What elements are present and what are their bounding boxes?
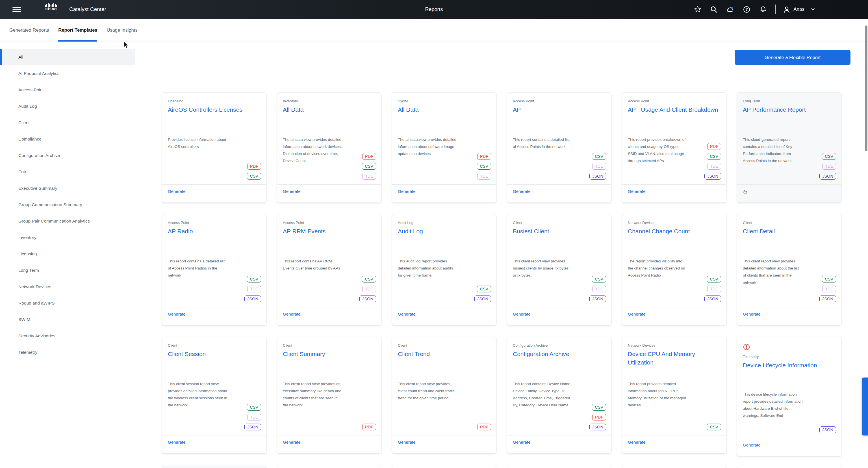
card-title-link[interactable]: Device CPU And Memory Utilization (628, 350, 720, 367)
vertical-scrollbar[interactable] (865, 25, 867, 151)
report-card-long-term-ap-performance-report: Long TermAP Performance ReportThis cloud… (737, 92, 841, 203)
sidebar-item-licensing[interactable]: Licensing (0, 246, 135, 262)
card-footer: Generate (392, 307, 496, 325)
sidebar-item-swim[interactable]: SWIM (0, 311, 135, 328)
generate-link[interactable]: Generate (628, 312, 646, 316)
card-description: Provides license information about AireO… (168, 136, 228, 150)
sidebar-item-client[interactable]: Client (0, 115, 135, 131)
format-badges: CSVTDEJSON (704, 276, 721, 302)
product-title: Catalyst Center (69, 0, 106, 19)
sidebar-item-all[interactable]: All (0, 49, 135, 65)
format-badge-json: JSON (704, 173, 721, 180)
card-title-link[interactable]: AP Radio (168, 227, 260, 236)
report-card-access-point-ap-radio: Access PointAP RadioThis report contains… (162, 214, 267, 325)
notifications-bell-icon[interactable] (759, 6, 767, 13)
menu-icon[interactable] (12, 5, 21, 13)
format-badge-json: JSON (474, 295, 491, 302)
tab-report-templates[interactable]: Report Templates (58, 19, 97, 41)
sidebar-item-executive-summary[interactable]: Executive Summary (0, 180, 135, 197)
format-badge-pdf: PDF (477, 423, 491, 430)
format-badge-json: JSON (244, 423, 261, 430)
card-title-link[interactable]: Client Trend (398, 350, 491, 358)
card-title-link[interactable]: Configuration Archive (513, 350, 606, 358)
card-title-link[interactable]: Client Summary (283, 350, 375, 358)
card-title-link[interactable]: All Data (283, 106, 375, 114)
card-category: Inventory (283, 99, 375, 103)
format-badge-tde: TDE (362, 286, 376, 292)
card-title-link[interactable]: AP RRM Events (283, 227, 375, 236)
card-title-link[interactable]: AireOS Controllers Licenses (168, 106, 260, 114)
card-description: This client report view provides an exec… (283, 380, 343, 409)
generate-flexible-report-button[interactable]: Generate a Flexible Report (735, 50, 850, 65)
tab-usage-insights[interactable]: Usage Insights (106, 19, 137, 41)
generate-link[interactable]: Generate (513, 440, 531, 444)
card-title-link[interactable]: Client Detail (743, 227, 836, 236)
format-badges: CSVTDEJSON (819, 276, 836, 302)
sidebar-item-access-point[interactable]: Access Point (0, 82, 135, 98)
report-templates-grid: LicensingAireOS Controllers LicensesProv… (162, 92, 841, 468)
generate-link[interactable]: Generate (743, 312, 761, 316)
card-title-link[interactable]: AP (513, 106, 606, 114)
chevron-down-icon[interactable] (810, 6, 816, 12)
generate-link[interactable]: Generate (628, 440, 646, 444)
card-description: This client report view provides client … (398, 380, 458, 402)
generate-link[interactable]: Generate (513, 189, 531, 194)
card-title-link[interactable]: Client Session (168, 350, 260, 358)
format-badges: CSVTDEJSON (244, 404, 261, 430)
format-badge-tde: TDE (247, 414, 261, 420)
generate-link[interactable]: Generate (168, 312, 186, 316)
sidebar-item-telemetry[interactable]: Telemetry (0, 344, 135, 360)
sidebar-item-long-term[interactable]: Long Term (0, 262, 135, 279)
feedback-side-tab[interactable] (862, 378, 868, 436)
sidebar-item-group-communication-summary[interactable]: Group Communication Summary (0, 197, 135, 213)
card-title-link[interactable]: Busiest Client (513, 227, 606, 236)
card-footer: Generate (162, 184, 266, 202)
sidebar-item-ai-endpoint-analytics[interactable]: AI Endpoint Analytics (0, 65, 135, 82)
sidebar-item-audit-log[interactable]: Audit Log (0, 98, 135, 115)
cloud-status-icon[interactable] (726, 6, 734, 13)
sidebar-item-rogue-and-awips[interactable]: Rogue and aWIPS (0, 295, 135, 311)
report-card-client-client-detail: ClientClient DetailThis client report vi… (737, 214, 841, 325)
format-badge-tde: TDE (362, 173, 376, 180)
generate-link[interactable]: Generate (628, 189, 646, 194)
card-title-link[interactable]: AP Performance Report (743, 106, 836, 114)
card-title-link[interactable]: Device Lifecycle Information (743, 361, 836, 370)
generate-link[interactable]: Generate (513, 312, 531, 316)
tab-generated-reports[interactable]: Generated Reports (9, 19, 49, 41)
generate-link[interactable]: Generate (398, 440, 415, 444)
sidebar-item-network-devices[interactable]: Network Devices (0, 279, 135, 295)
format-badge-json: JSON (244, 295, 261, 302)
format-badge-tde: TDE (707, 286, 721, 292)
generate-link[interactable]: Generate (168, 440, 186, 444)
card-title-link[interactable]: All Data (398, 106, 491, 114)
sidebar-item-eox[interactable]: EoX (0, 164, 135, 180)
card-title-link[interactable]: AP - Usage And Client Breakdown (628, 106, 720, 114)
generate-link[interactable]: Generate (398, 312, 415, 316)
format-badge-csv: CSV (362, 163, 376, 170)
sidebar-item-compliance[interactable]: Compliance (0, 131, 135, 147)
format-badge-pdf: PDF (707, 143, 721, 150)
generate-link[interactable]: Generate (168, 189, 186, 194)
card-footer: Generate (392, 435, 496, 453)
sidebar-item-security-advisories[interactable]: Security Advisories (0, 328, 135, 344)
card-title-link[interactable]: Audit Log (398, 227, 491, 236)
sidebar-item-inventory[interactable]: Inventory (0, 229, 135, 246)
search-icon[interactable] (710, 6, 718, 13)
app-header: cisco Catalyst Center Reports ? (0, 0, 868, 19)
card-category: Client (283, 343, 375, 348)
generate-link[interactable]: Generate (398, 189, 415, 194)
user-menu[interactable]: Anas (783, 6, 816, 13)
generate-link[interactable]: Generate (283, 440, 301, 444)
format-badge-json: JSON (589, 173, 606, 180)
generate-link[interactable]: Generate (283, 189, 301, 194)
sidebar-item-configuration-archive[interactable]: Configuration Archive (0, 147, 135, 164)
card-description: This report provides detailed informatio… (628, 380, 688, 409)
card-title-link[interactable]: Channel Change Count (628, 227, 720, 236)
favorites-star-icon[interactable] (694, 6, 701, 13)
report-card-partial (277, 466, 381, 468)
sidebar-item-group-pair-communication-analytics[interactable]: Group Pair Communication Analytics (0, 213, 135, 229)
report-card-client-client-trend: ClientClient TrendThis client report vie… (392, 337, 496, 454)
generate-link[interactable]: Generate (283, 312, 301, 316)
help-icon[interactable]: ? (743, 6, 750, 13)
generate-link[interactable]: Generate (743, 443, 761, 447)
